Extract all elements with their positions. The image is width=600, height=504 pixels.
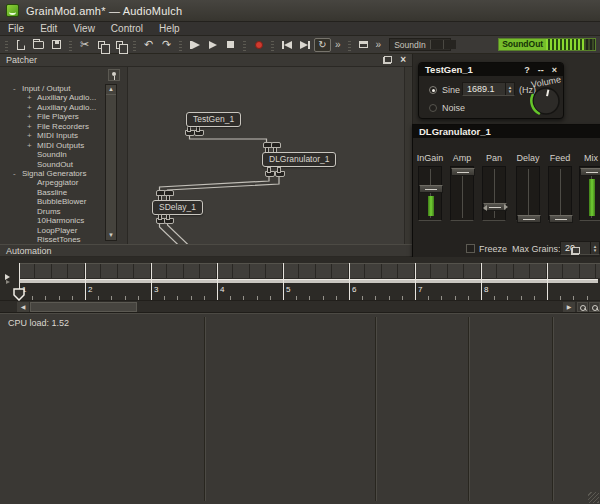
stop-button[interactable]	[222, 37, 239, 52]
tree-item[interactable]: RissetTones	[0, 235, 113, 242]
output-port[interactable]	[164, 213, 172, 223]
toolbar-grip[interactable]	[243, 39, 246, 51]
toolbar-grip[interactable]	[69, 39, 72, 51]
input-port[interactable]	[164, 190, 172, 200]
fader[interactable]: Feed	[545, 153, 575, 223]
patcher-view-button[interactable]	[355, 37, 372, 52]
automation-timeline[interactable]: 4 4 12345678	[0, 257, 600, 301]
fader-handle[interactable]	[549, 215, 573, 223]
scrollbar-thumb[interactable]	[106, 94, 116, 231]
fader[interactable]: Amp	[447, 153, 477, 223]
tree-item[interactable]: 10Harmonics	[0, 216, 113, 225]
tree-item[interactable]: +Auxiliary Audio...	[0, 93, 113, 102]
tree-item[interactable]: Bassline	[0, 188, 113, 197]
zoom-out-icon[interactable]	[577, 302, 588, 312]
toolbar-grip[interactable]	[5, 39, 8, 51]
tree-item[interactable]: LoopPlayer	[0, 226, 113, 235]
scroll-down-icon[interactable]: ▼	[106, 231, 116, 240]
soundin-meter[interactable]: SoundIn	[389, 38, 451, 51]
go-to-end-button[interactable]	[296, 37, 313, 52]
input-port[interactable]	[271, 142, 279, 152]
cut-button[interactable]: ✂	[76, 37, 93, 52]
toolbar-grip[interactable]	[179, 39, 182, 51]
auto-scroll-icon[interactable]	[5, 274, 14, 284]
fader-track[interactable]	[450, 166, 474, 221]
scroll-right-icon[interactable]: ▶	[563, 302, 575, 312]
toolbar-grip[interactable]	[133, 39, 136, 51]
input-port[interactable]	[156, 190, 164, 200]
beat-grid[interactable]	[19, 263, 600, 278]
fader[interactable]: Pan	[479, 153, 509, 223]
fader-track[interactable]	[418, 166, 442, 221]
output-port[interactable]	[156, 213, 164, 223]
fader-handle[interactable]	[580, 168, 600, 176]
copy-button[interactable]	[94, 37, 111, 52]
fader-handle[interactable]	[483, 203, 507, 211]
go-to-start-button[interactable]	[278, 37, 295, 52]
fader-handle[interactable]	[517, 215, 541, 223]
tree-item[interactable]: +Auxiliary Audio...	[0, 103, 113, 112]
tree-item[interactable]: +MIDI Inputs	[0, 131, 113, 140]
fader-handle[interactable]	[451, 168, 475, 176]
spinner-icon[interactable]: ▴▾	[590, 242, 599, 254]
help-icon[interactable]: ?	[524, 64, 530, 76]
menu-item[interactable]: File	[0, 22, 32, 36]
menu-item[interactable]: Help	[151, 22, 188, 36]
tree-item[interactable]: -Signal Generators	[0, 169, 113, 178]
toolbar-grip[interactable]	[348, 39, 351, 51]
tree-item[interactable]: +File Recorders	[0, 122, 113, 131]
tree-item[interactable]: Arpeggiator	[0, 178, 113, 187]
tree-item[interactable]: BubbleBlower	[0, 197, 113, 206]
record-button[interactable]	[250, 37, 267, 52]
float-pane-icon[interactable]	[571, 247, 580, 255]
freeze-checkbox[interactable]	[466, 244, 475, 253]
tree-item[interactable]: -Input / Output	[0, 84, 113, 93]
patcher-canvas[interactable]: TestGen_1 DLGranulator_1 SDelay_1 SoundO…	[128, 67, 404, 244]
fader-handle[interactable]	[419, 185, 443, 193]
play-button[interactable]	[204, 37, 221, 52]
undo-button[interactable]: ↶	[140, 37, 157, 52]
frequency-field[interactable]: 1689.1 ▴▾	[462, 82, 515, 96]
soundout-meter[interactable]: SoundOut	[498, 38, 596, 51]
fader-track[interactable]	[482, 166, 506, 221]
noise-radio[interactable]	[429, 104, 437, 112]
save-button[interactable]	[48, 37, 65, 52]
sine-radio[interactable]	[429, 86, 437, 94]
paste-button[interactable]	[112, 37, 129, 52]
toolbar-overflow-chevron[interactable]: »	[373, 39, 385, 50]
loop-button[interactable]: ↻	[314, 38, 331, 52]
resize-grip[interactable]	[588, 492, 599, 503]
tree-item[interactable]: +MIDI Outputs	[0, 141, 113, 150]
tree-item[interactable]: Drums	[0, 207, 113, 216]
output-port[interactable]	[265, 166, 273, 176]
tree-item[interactable]: +File Players	[0, 112, 113, 121]
open-file-button[interactable]	[30, 37, 47, 52]
spinner-icon[interactable]: ▴▾	[505, 83, 514, 95]
pin-icon[interactable]	[108, 69, 120, 81]
timeline-scrollbar[interactable]: ◀ ▶	[0, 301, 600, 313]
zoom-in-icon[interactable]	[589, 302, 600, 312]
menu-item[interactable]: Control	[103, 22, 151, 36]
close-icon[interactable]: ×	[552, 64, 557, 76]
redo-button[interactable]: ↷	[158, 37, 175, 52]
node-dlgranulator[interactable]: DLGranulator_1	[262, 152, 336, 167]
fader-track[interactable]	[516, 166, 540, 221]
volume-knob[interactable]	[529, 84, 563, 118]
loop-region-bar[interactable]	[19, 279, 598, 283]
input-port[interactable]	[263, 142, 271, 152]
fader[interactable]: InGain	[415, 153, 445, 223]
testgen-panel-header[interactable]: TestGen_1 ? -- ×	[419, 63, 563, 76]
title-bar[interactable]: GrainMod.amh* — AudioMulch	[0, 0, 600, 22]
new-file-button[interactable]	[12, 37, 29, 52]
toolbar-overflow-chevron[interactable]: »	[332, 39, 344, 50]
fader[interactable]: Delay	[513, 153, 543, 223]
fader-track[interactable]	[579, 166, 600, 221]
menu-item[interactable]: Edit	[32, 22, 65, 36]
scrollbar-thumb[interactable]	[30, 302, 137, 312]
toolbar-grip[interactable]	[271, 39, 274, 51]
canvas-vertical-scrollbar[interactable]	[404, 67, 411, 244]
output-port[interactable]	[275, 166, 283, 176]
node-testgen[interactable]: TestGen_1	[186, 112, 241, 127]
tree-item[interactable]: SoundIn	[0, 150, 113, 159]
tree-item[interactable]: SoundOut	[0, 160, 113, 169]
